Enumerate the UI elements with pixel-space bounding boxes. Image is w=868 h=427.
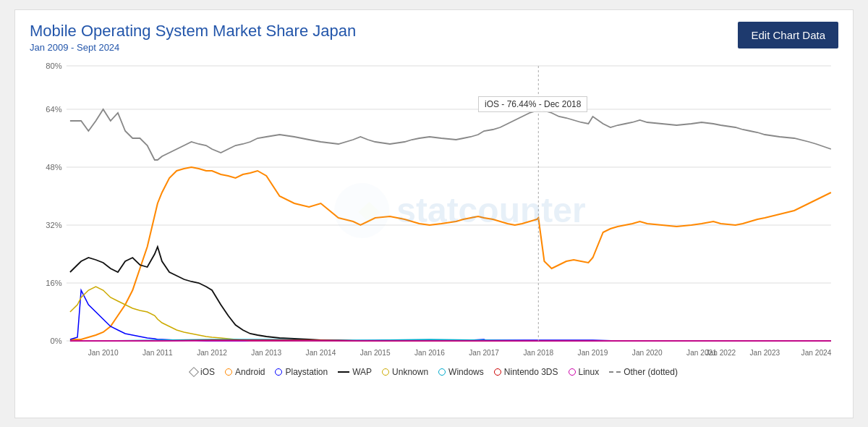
svg-point-31 (535, 106, 541, 112)
edit-chart-button[interactable]: Edit Chart Data (738, 22, 838, 48)
legend-item-other: Other (dotted) (609, 367, 678, 377)
legend-label-wap: WAP (352, 367, 372, 377)
svg-text:64%: 64% (46, 105, 62, 114)
legend-item-playstation: Playstation (275, 367, 328, 377)
chart-svg: 80% 64% 48% 32% 16% 0% Jan 2010 Jan 2011… (30, 59, 838, 363)
legend-item-unknown: Unknown (382, 367, 428, 377)
svg-text:0%: 0% (51, 337, 62, 345)
legend-item-ios: iOS (190, 367, 215, 377)
svg-text:Jan 2019: Jan 2019 (578, 349, 608, 357)
chart-area: statcounter 80% 64% 48% 32% 16% 0% Jan 2… (30, 59, 838, 363)
legend-item-android: Android (225, 367, 265, 377)
svg-text:Jan 2023: Jan 2023 (749, 349, 780, 357)
chart-subtitle: Jan 2009 - Sept 2024 (30, 42, 356, 53)
svg-text:Jan 2020: Jan 2020 (632, 349, 663, 357)
legend-label-nintendo: Nintendo 3DS (504, 367, 558, 377)
svg-text:32%: 32% (46, 221, 62, 229)
legend-item-windows: Windows (438, 367, 484, 377)
svg-text:48%: 48% (46, 163, 62, 172)
svg-text:Jan 2015: Jan 2015 (360, 349, 391, 357)
legend-label-ios: iOS (200, 367, 215, 377)
chart-container: Mobile Operating System Market Share Jap… (14, 9, 854, 418)
legend-label-other: Other (dotted) (624, 367, 678, 377)
svg-text:Jan 2018: Jan 2018 (523, 349, 553, 357)
legend-label-android: Android (235, 367, 265, 377)
legend-item-linux: Linux (569, 367, 600, 377)
svg-text:Jan 2011: Jan 2011 (142, 349, 173, 357)
svg-text:Jan 2017: Jan 2017 (469, 349, 499, 357)
legend-label-windows: Windows (448, 367, 484, 377)
legend-label-linux: Linux (579, 367, 600, 377)
svg-text:80%: 80% (46, 62, 62, 70)
legend-label-playstation: Playstation (285, 367, 328, 377)
title-block: Mobile Operating System Market Share Jap… (30, 22, 356, 53)
svg-text:Jan 2016: Jan 2016 (414, 349, 445, 357)
svg-text:Jan 2010: Jan 2010 (88, 349, 119, 357)
svg-text:16%: 16% (46, 279, 62, 287)
svg-text:Jan 2024: Jan 2024 (801, 349, 832, 357)
chart-legend: iOS Android Playstation WAP Unknown Wind… (30, 367, 838, 377)
svg-text:Jan 2012: Jan 2012 (197, 349, 227, 357)
legend-item-nintendo: Nintendo 3DS (494, 367, 558, 377)
svg-text:Jan 2014: Jan 2014 (306, 349, 336, 357)
svg-text:Jan 2013: Jan 2013 (251, 349, 281, 357)
svg-text:Jan 2022: Jan 2022 (705, 349, 736, 357)
chart-header: Mobile Operating System Market Share Jap… (30, 22, 838, 53)
legend-item-wap: WAP (338, 367, 372, 377)
chart-title: Mobile Operating System Market Share Jap… (30, 22, 356, 41)
legend-label-unknown: Unknown (392, 367, 428, 377)
